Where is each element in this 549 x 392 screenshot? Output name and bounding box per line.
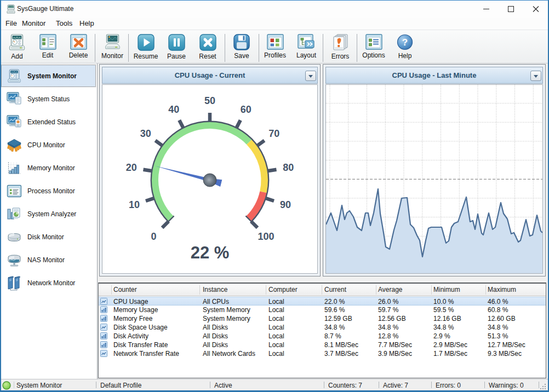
svg-text:?: ?	[402, 37, 408, 48]
svg-text:20: 20	[126, 162, 137, 173]
svg-text:50: 50	[204, 95, 215, 106]
svg-text:22 %: 22 %	[191, 243, 230, 262]
svg-text:70: 70	[268, 128, 279, 139]
svg-text:10: 10	[129, 199, 140, 210]
svg-text:100: 100	[258, 231, 274, 242]
svg-text:30: 30	[140, 128, 151, 139]
svg-text:90: 90	[280, 199, 291, 210]
svg-text:0: 0	[151, 231, 156, 242]
svg-text:80: 80	[283, 162, 294, 173]
svg-text:40: 40	[168, 104, 179, 115]
svg-text:60: 60	[241, 104, 251, 115]
